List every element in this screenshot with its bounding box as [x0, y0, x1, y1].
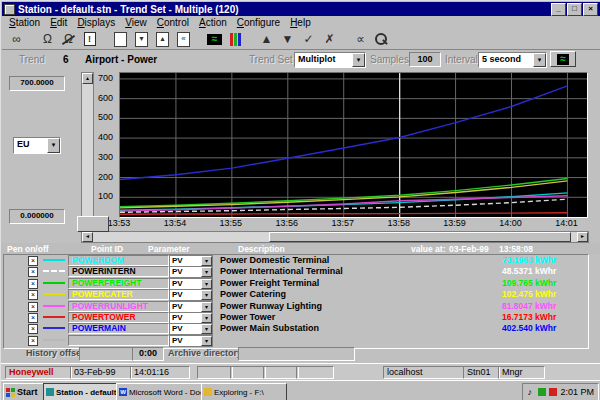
accept-icon[interactable]: ✓ [298, 31, 319, 48]
parameter-select[interactable]: PV▾ [169, 312, 213, 324]
connect-icon[interactable]: ∝ [350, 31, 371, 48]
menu-view[interactable]: View [121, 17, 153, 28]
point-id-field[interactable]: POWERRUNLIGHT [68, 301, 169, 312]
interval-select[interactable]: 5 second ▾ [478, 52, 547, 68]
toolbar: ∞ΩΩ!▾▴«≈▲▼✓✗∝ [2, 29, 600, 50]
menu-control[interactable]: Control [153, 17, 195, 28]
chevron-down-icon[interactable]: ▾ [533, 53, 546, 67]
menu-edit[interactable]: Edit [46, 17, 73, 28]
start-button[interactable]: Start [3, 383, 44, 400]
page-down-icon[interactable]: ▾ [131, 31, 152, 48]
pen-line-sample [43, 316, 65, 318]
chevron-down-icon[interactable]: ▾ [201, 302, 212, 312]
axis-corner-button[interactable] [77, 216, 109, 232]
chevron-down-icon[interactable]: ▾ [201, 336, 212, 346]
y-tick-label: 300 [98, 152, 113, 162]
maximize-button[interactable]: □ [567, 3, 582, 16]
alarm-summary-icon[interactable]: ! [79, 31, 100, 48]
point-id-field[interactable]: POWERTOWER [68, 312, 169, 323]
x-tick-label: 13:58 [386, 218, 412, 228]
parameter-select[interactable]: PV▾ [169, 323, 213, 335]
alarm-silence-icon[interactable]: Ω [58, 31, 79, 48]
samples-field[interactable]: 100 [409, 52, 441, 67]
chevron-down-icon[interactable]: ▾ [352, 53, 365, 67]
station-task-icon [46, 388, 54, 396]
col-value-time: 13:58:08 [499, 244, 533, 254]
task-station[interactable]: Station - default.stn -... [43, 383, 119, 400]
horizontal-scrollbar[interactable]: ◂ ▸ [81, 231, 589, 243]
task-word[interactable]: WMicrosoft Word - Document [116, 383, 204, 400]
pen-checkbox[interactable]: × [28, 302, 38, 312]
point-id-field[interactable]: POWERCATER [68, 289, 169, 300]
page-back-icon[interactable]: « [173, 31, 194, 48]
pen-checkbox[interactable]: × [28, 336, 38, 346]
pen-value: 16.7173 kWhr [502, 312, 556, 323]
menu-displays[interactable]: Displays [73, 17, 121, 28]
chevron-down-icon[interactable]: ▾ [201, 324, 212, 334]
scale-min-field[interactable]: 0.000000 [9, 209, 65, 224]
tray-alarm-icon[interactable] [549, 388, 557, 396]
zoom-icon[interactable] [371, 31, 392, 48]
scroll-left-icon[interactable]: ◂ [82, 232, 93, 242]
menu-help[interactable]: Help [286, 17, 317, 28]
volume-icon[interactable]: ♪ [527, 388, 535, 396]
pen-checkbox[interactable]: × [28, 267, 38, 277]
pen-checkbox[interactable]: × [28, 256, 38, 266]
pen-checkbox[interactable]: × [28, 290, 38, 300]
trend-set-select[interactable]: Multiplot ▾ [294, 52, 366, 68]
scroll-right-icon[interactable]: ▸ [577, 232, 588, 242]
parameter-select[interactable]: PV▾ [169, 278, 213, 290]
chevron-down-icon[interactable]: ▾ [201, 290, 212, 300]
history-offset-field[interactable] [79, 347, 133, 361]
parameter-select[interactable]: PV▾ [169, 301, 213, 313]
binoculars-icon[interactable]: ∞ [6, 31, 27, 48]
scale-max-field[interactable]: 700.0000 [9, 76, 65, 91]
scrollbar-thumb[interactable] [269, 232, 571, 242]
pen-table-header: Pen on/off Point ID Parameter Descriptio… [1, 243, 600, 254]
pen-checkbox[interactable]: × [28, 313, 38, 323]
point-id-field[interactable]: POWERDOM [68, 255, 169, 266]
lower-icon[interactable]: ▼ [277, 31, 298, 48]
cancel-icon[interactable]: ✗ [319, 31, 340, 48]
menu-action[interactable]: Action [195, 17, 233, 28]
alarm-bell-icon[interactable]: Ω [37, 31, 58, 48]
chevron-down-icon[interactable]: ▾ [201, 313, 212, 323]
group-display-icon[interactable] [225, 31, 246, 48]
trend-display-icon[interactable]: ≈ [204, 31, 225, 48]
raise-icon[interactable]: ▲ [256, 31, 277, 48]
tray-station-icon[interactable] [538, 388, 546, 396]
chevron-down-icon[interactable]: ▾ [47, 138, 60, 153]
chevron-down-icon[interactable]: ▾ [201, 267, 212, 277]
point-id-field[interactable]: POWERFREIGHT [68, 278, 169, 289]
eu-select[interactable]: EU ▾ [13, 137, 61, 154]
parameter-select[interactable]: PV▾ [169, 255, 213, 267]
menu-station[interactable]: Station [5, 17, 46, 28]
parameter-select[interactable]: PV▾ [169, 289, 213, 301]
archive-directory-field[interactable] [238, 347, 355, 361]
chevron-down-icon[interactable]: ▾ [201, 279, 212, 289]
chevron-down-icon[interactable]: ▾ [201, 256, 212, 266]
task-label: Microsoft Word - Document [129, 388, 204, 397]
pen-checkbox[interactable]: × [28, 279, 38, 289]
x-tick-label: 14:01 [553, 218, 579, 228]
task-explorer[interactable]: Exploring - F:\ [201, 383, 287, 400]
menu-configure[interactable]: Configure [233, 17, 286, 28]
point-id-field[interactable]: POWERMAIN [68, 323, 169, 334]
history-offset-value[interactable]: 0:00 [132, 347, 164, 361]
page-blank-icon[interactable] [110, 31, 131, 48]
point-id-field[interactable] [68, 335, 169, 346]
pen-checkbox[interactable]: × [28, 324, 38, 334]
point-id-field[interactable]: POWERINTERN [68, 266, 169, 277]
explorer-icon [204, 388, 212, 396]
parameter-select[interactable]: PV▾ [169, 266, 213, 278]
chart-display-button[interactable]: ≈ [550, 51, 576, 67]
status-user: Mngr [498, 366, 545, 379]
close-button[interactable]: × [583, 3, 598, 16]
scroll-up-icon[interactable]: ▴ [82, 73, 93, 84]
pen-value: 81.8047 kWhr [502, 301, 556, 312]
plot-area[interactable] [119, 72, 588, 218]
page-up-icon[interactable]: ▴ [152, 31, 173, 48]
parameter-select[interactable]: PV▾ [169, 335, 213, 347]
y-tick-label: 200 [98, 172, 113, 182]
minimize-button[interactable]: _ [551, 3, 566, 16]
